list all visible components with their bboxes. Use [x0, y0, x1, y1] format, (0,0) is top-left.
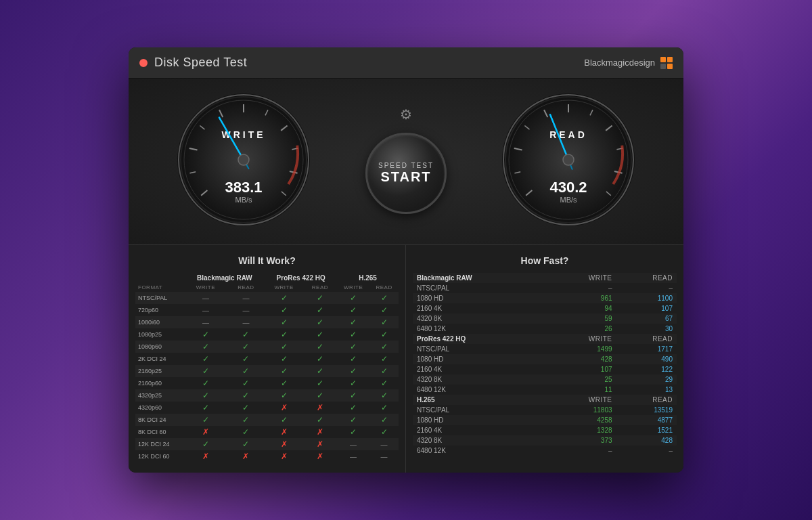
app-title: Disk Speed Test [154, 56, 247, 70]
svg-text:READ: READ [549, 129, 587, 140]
app-window: Disk Speed Test Blackmagicdesign [129, 47, 683, 473]
hf-data-row: NTSC/PAL14991717 [413, 344, 677, 354]
hf-data-row: 6480 12K–– [413, 446, 677, 456]
hf-data-row: 6480 12K1113 [413, 385, 677, 395]
brand-sq-2 [667, 57, 673, 62]
table-row: 8K DCI 60✗✓✗✗✓✓ [135, 426, 399, 438]
write-gauge-svg: WRITE 383.1 MB/s [176, 92, 311, 228]
table-row: 720p60——✓✓✓✓ [135, 304, 399, 316]
brand-sq-4 [667, 64, 673, 69]
hf-data-row: 2160 4K107122 [413, 364, 677, 374]
read-gauge: READ 430.2 MB/s [501, 92, 636, 228]
how-fast-table: Blackmagic RAWWRITEREADNTSC/PAL––1080 HD… [413, 273, 677, 456]
start-button[interactable]: SPEED TEST START [365, 133, 447, 214]
sub-h265-r: READ [369, 283, 399, 292]
svg-point-18 [238, 154, 249, 165]
table-row: 4320p60✓✓✗✗✓✓ [135, 402, 399, 414]
hf-data-row: 4320 8K373428 [413, 435, 677, 446]
hf-group-header-row: Blackmagic RAWWRITEREAD [413, 273, 677, 283]
title-bar: Disk Speed Test Blackmagicdesign [129, 47, 683, 79]
will-it-work-panel: Will It Work? Blackmagic RAW ProRes 422 … [129, 245, 406, 473]
will-it-work-title: Will It Work? [135, 255, 399, 266]
brand-logo: Blackmagicdesign [584, 57, 673, 69]
sub-pro-r: READ [303, 283, 337, 292]
hf-data-row: 4320 8K2529 [413, 374, 677, 385]
table-row: 12K DCI 60✗✗✗✗—— [135, 450, 399, 462]
write-gauge: WRITE 383.1 MB/s [176, 92, 311, 228]
how-fast-panel: How Fast? Blackmagic RAWWRITEREADNTSC/PA… [406, 245, 683, 473]
how-fast-body: Blackmagic RAWWRITEREADNTSC/PAL––1080 HD… [413, 273, 677, 456]
table-row: 2160p25✓✓✓✓✓✓ [135, 365, 399, 377]
hf-data-row: NTSC/PAL–– [413, 283, 677, 293]
svg-text:383.1: 383.1 [225, 179, 262, 196]
hf-data-row: 2160 4K13281521 [413, 425, 677, 435]
read-gauge-container: READ 430.2 MB/s [501, 92, 636, 228]
brand-icon [660, 57, 673, 69]
svg-point-39 [563, 154, 574, 165]
hf-data-row: 4320 8K5967 [413, 313, 677, 324]
svg-text:430.2: 430.2 [549, 179, 587, 196]
center-controls: ⚙ SPEED TEST START [365, 106, 447, 214]
sub-h265-w: WRITE [337, 283, 369, 292]
hf-data-row: 1080 HD428490 [413, 354, 677, 364]
settings-icon[interactable]: ⚙ [400, 106, 412, 123]
hf-data-row: 1080 HD42584877 [413, 415, 677, 425]
brand-name: Blackmagicdesign [584, 58, 655, 68]
brand-sq-1 [660, 57, 666, 62]
gauges-section: WRITE 383.1 MB/s ⚙ SPEED TEST [129, 79, 683, 244]
table-row: 2K DCI 24✓✓✓✓✓✓ [135, 353, 399, 365]
close-button[interactable] [139, 59, 148, 67]
will-it-work-body: NTSC/PAL——✓✓✓✓720p60——✓✓✓✓1080i60——✓✓✓✓1… [135, 292, 399, 462]
hf-data-row: 2160 4K94107 [413, 303, 677, 313]
hf-data-row: 6480 12K2630 [413, 324, 677, 334]
col-bmraw: Blackmagic RAW [184, 273, 265, 283]
svg-text:MB/s: MB/s [560, 196, 577, 204]
table-row: 1080i60——✓✓✓✓ [135, 316, 399, 328]
data-section: Will It Work? Blackmagic RAW ProRes 422 … [129, 244, 683, 473]
col-format [135, 273, 184, 283]
start-button-main-label: START [380, 169, 431, 185]
how-fast-title: How Fast? [413, 255, 677, 266]
table-row: 12K DCI 24✓✓✗✗—— [135, 438, 399, 450]
sub-format: FORMAT [135, 283, 184, 292]
start-button-top-label: SPEED TEST [378, 162, 434, 169]
write-gauge-container: WRITE 383.1 MB/s [176, 92, 311, 228]
table-row: 8K DCI 24✓✓✓✓✓✓ [135, 414, 399, 426]
svg-text:MB/s: MB/s [235, 196, 252, 204]
col-prores: ProRes 422 HQ [265, 273, 337, 283]
brand-sq-3 [660, 64, 666, 69]
hf-group-header-row: ProRes 422 HQWRITEREAD [413, 334, 677, 344]
table-row: NTSC/PAL——✓✓✓✓ [135, 292, 399, 304]
table-row: 4320p25✓✓✓✓✓✓ [135, 389, 399, 402]
sub-bmraw-r: READ [227, 283, 265, 292]
read-gauge-svg: READ 430.2 MB/s [501, 92, 636, 228]
hf-data-row: NTSC/PAL1180313519 [413, 405, 677, 415]
table-row: 2160p60✓✓✓✓✓✓ [135, 377, 399, 389]
hf-data-row: 1080 HD9611100 [413, 293, 677, 303]
sub-bmraw-w: WRITE [184, 283, 227, 292]
table-row: 1080p60✓✓✓✓✓✓ [135, 341, 399, 353]
hf-group-header-row: H.265WRITEREAD [413, 395, 677, 405]
will-it-work-table: Blackmagic RAW ProRes 422 HQ H.265 FORMA… [135, 273, 399, 462]
sub-pro-w: WRITE [265, 283, 302, 292]
col-h265: H.265 [337, 273, 399, 283]
title-bar-left: Disk Speed Test [139, 56, 247, 70]
table-row: 1080p25✓✓✓✓✓✓ [135, 328, 399, 341]
